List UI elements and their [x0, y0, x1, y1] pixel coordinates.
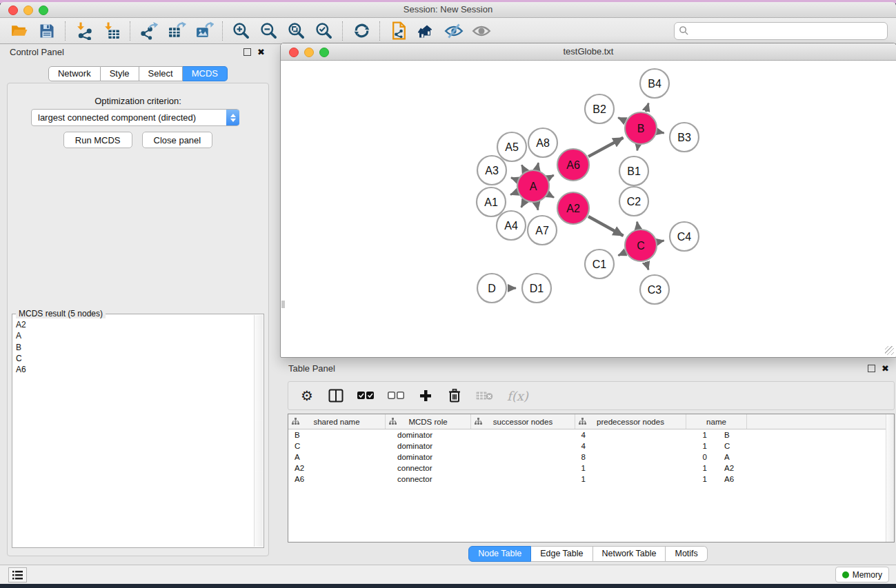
graph-edge-B-B2[interactable]: [618, 118, 625, 121]
zoom-fit-icon[interactable]: [283, 20, 310, 42]
mcds-result-list[interactable]: A2ABCA6: [16, 319, 252, 545]
mcds-result-scrollbar[interactable]: [254, 315, 263, 547]
graph-edge-C-C2[interactable]: [637, 222, 639, 229]
show-all-icon[interactable]: [468, 20, 495, 42]
table-row[interactable]: A6connector11A6: [288, 474, 894, 485]
task-history-button[interactable]: [8, 567, 27, 582]
mcds-result-item[interactable]: A6: [16, 364, 252, 375]
mcds-result-item[interactable]: A: [16, 330, 252, 341]
table-scrollbar[interactable]: [886, 414, 894, 542]
mcds-result-item[interactable]: A2: [16, 319, 252, 330]
import-table-icon[interactable]: [98, 20, 126, 42]
tab-select[interactable]: Select: [139, 66, 183, 81]
graph-node-A6[interactable]: A6: [557, 149, 589, 181]
float-table-panel-icon[interactable]: [868, 365, 875, 372]
graph-edge-B-B3[interactable]: [657, 132, 664, 133]
graph-node-C2[interactable]: C2: [619, 187, 648, 216]
delete-column-icon[interactable]: [447, 387, 462, 405]
tab-motifs[interactable]: Motifs: [666, 546, 707, 562]
graph-edge-A6-B[interactable]: [588, 138, 624, 156]
add-column-icon[interactable]: [418, 387, 433, 405]
column-header-MCDS-role[interactable]: MCDS role: [386, 414, 471, 429]
import-network-icon[interactable]: [70, 20, 98, 42]
graph-node-C4[interactable]: C4: [670, 222, 699, 251]
graph-edge-B-B1[interactable]: [637, 145, 638, 151]
new-network-from-selection-icon[interactable]: [385, 20, 412, 42]
graph-edge-C-C4[interactable]: [657, 241, 664, 242]
settings-gear-icon[interactable]: ⚙: [299, 387, 315, 405]
graph-edge-A-A4[interactable]: [521, 201, 525, 207]
graph-edge-A-A7[interactable]: [537, 203, 538, 210]
export-table-icon[interactable]: [163, 20, 190, 42]
graph-node-B1[interactable]: B1: [619, 156, 648, 185]
tab-node-table[interactable]: Node Table: [468, 546, 531, 562]
graph-node-A5[interactable]: A5: [497, 132, 526, 161]
table-row[interactable]: Adominator80A: [288, 452, 894, 463]
refresh-icon[interactable]: [348, 20, 375, 42]
zoom-in-icon[interactable]: [228, 20, 255, 42]
close-table-panel-icon[interactable]: ✖: [882, 365, 889, 372]
tab-network[interactable]: Network: [48, 66, 101, 81]
column-header-shared-name[interactable]: shared name: [288, 414, 386, 429]
graph-edge-A-A3[interactable]: [511, 178, 517, 180]
graph-node-A1[interactable]: A1: [477, 187, 506, 216]
graph-node-A4[interactable]: A4: [497, 211, 526, 240]
network-window-titlebar[interactable]: testGlobe.txt: [281, 43, 896, 61]
close-panel-button[interactable]: Close panel: [142, 132, 213, 148]
split-pane-icon[interactable]: [328, 387, 344, 405]
open-file-icon[interactable]: [6, 20, 33, 42]
graph-edge-A2-C[interactable]: [588, 216, 624, 236]
export-network-icon[interactable]: [135, 20, 163, 42]
save-session-icon[interactable]: [33, 20, 61, 42]
graph-node-A2[interactable]: A2: [557, 192, 589, 224]
hide-selected-icon[interactable]: [440, 20, 468, 42]
graph-node-A3[interactable]: A3: [477, 156, 506, 185]
graph-node-A7[interactable]: A7: [528, 216, 557, 245]
graph-node-B[interactable]: B: [625, 112, 657, 144]
close-panel-icon[interactable]: ✖: [257, 49, 265, 55]
graph-node-C3[interactable]: C3: [640, 275, 669, 304]
graph-edge-A-A8[interactable]: [537, 163, 538, 169]
memory-button[interactable]: Memory: [835, 567, 889, 582]
column-header-name[interactable]: name: [686, 414, 747, 429]
export-image-icon[interactable]: [190, 20, 218, 42]
tab-mcds[interactable]: MCDS: [183, 66, 228, 81]
table-row[interactable]: Bdominator41B: [288, 429, 894, 440]
network-canvas[interactable]: B4B2BB3A8A5A6A3B1AA1C2A2A4A7C4CC1DD1C3: [281, 61, 895, 356]
graph-edge-C-C3[interactable]: [646, 262, 648, 270]
search-input[interactable]: [689, 26, 883, 37]
run-mcds-button[interactable]: Run MCDS: [63, 132, 132, 148]
graph-node-B4[interactable]: B4: [640, 69, 669, 98]
graph-edge-A-A2[interactable]: [548, 194, 554, 197]
column-header-predecessor-nodes[interactable]: predecessor nodes: [575, 414, 686, 429]
graph-edge-A-A6[interactable]: [548, 175, 554, 178]
graph-node-C[interactable]: C: [625, 230, 657, 261]
graph-node-B3[interactable]: B3: [670, 123, 699, 152]
graph-node-A[interactable]: A: [517, 170, 549, 202]
network-graph[interactable]: B4B2BB3A8A5A6A3B1AA1C2A2A4A7C4CC1DD1C3: [281, 61, 895, 356]
mcds-result-item[interactable]: B: [16, 342, 252, 353]
table-row[interactable]: Cdominator41C: [288, 440, 894, 452]
float-panel-icon[interactable]: [243, 48, 251, 56]
deselect-checkboxes-icon[interactable]: [388, 387, 404, 405]
graph-edge-A-A1[interactable]: [510, 192, 517, 195]
graph-edge-B-B4[interactable]: [646, 103, 648, 112]
graph-node-C1[interactable]: C1: [585, 250, 614, 278]
column-header-successor-nodes[interactable]: successor nodes: [471, 414, 575, 429]
node-table[interactable]: shared nameMCDS rolesuccessor nodesprede…: [288, 414, 895, 543]
graph-node-D1[interactable]: D1: [522, 274, 551, 303]
select-all-checkboxes-icon[interactable]: [357, 387, 374, 405]
zoom-selected-icon[interactable]: [310, 20, 338, 42]
graph-node-A8[interactable]: A8: [528, 128, 557, 157]
zoom-out-icon[interactable]: [255, 20, 283, 42]
mcds-result-item[interactable]: C: [16, 353, 252, 364]
graph-node-D[interactable]: D: [477, 274, 506, 303]
graph-edge-A-A5[interactable]: [521, 165, 525, 171]
graph-node-B2[interactable]: B2: [585, 94, 614, 123]
first-neighbors-icon[interactable]: [412, 20, 440, 42]
table-row[interactable]: A2connector11A2: [288, 463, 894, 474]
tab-edge-table[interactable]: Edge Table: [531, 546, 593, 562]
tab-network-table[interactable]: Network Table: [593, 546, 666, 562]
window-resize-grip[interactable]: [885, 346, 894, 355]
tab-style[interactable]: Style: [101, 66, 139, 81]
